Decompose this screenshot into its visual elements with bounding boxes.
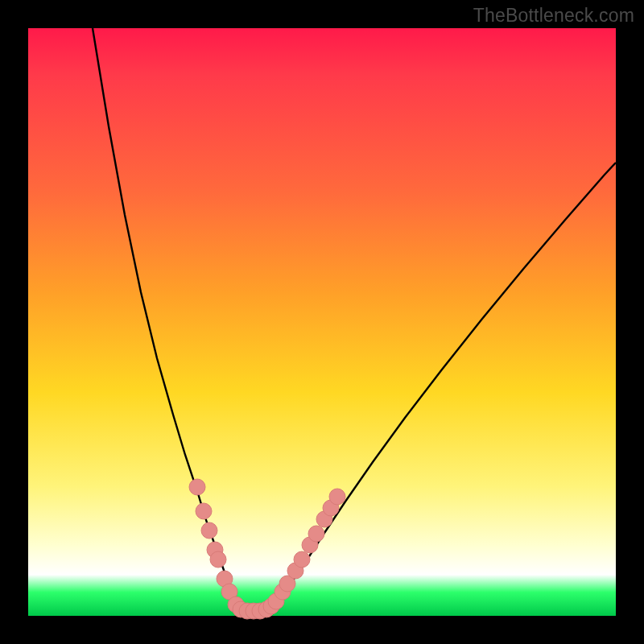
chart-svg: [28, 28, 616, 616]
chart-plot-area: [28, 28, 616, 616]
data-dot: [201, 522, 217, 539]
data-dot: [294, 551, 310, 568]
curve-left-branch: [93, 28, 247, 611]
data-dot: [308, 526, 324, 542]
data-dot: [210, 551, 226, 568]
data-dot: [189, 479, 205, 495]
data-dot: [329, 489, 345, 505]
data-dots-group: [189, 479, 345, 619]
watermark-text: TheBottleneck.com: [473, 5, 634, 27]
chart-frame: TheBottleneck.com: [0, 0, 644, 644]
data-dot: [196, 503, 212, 519]
